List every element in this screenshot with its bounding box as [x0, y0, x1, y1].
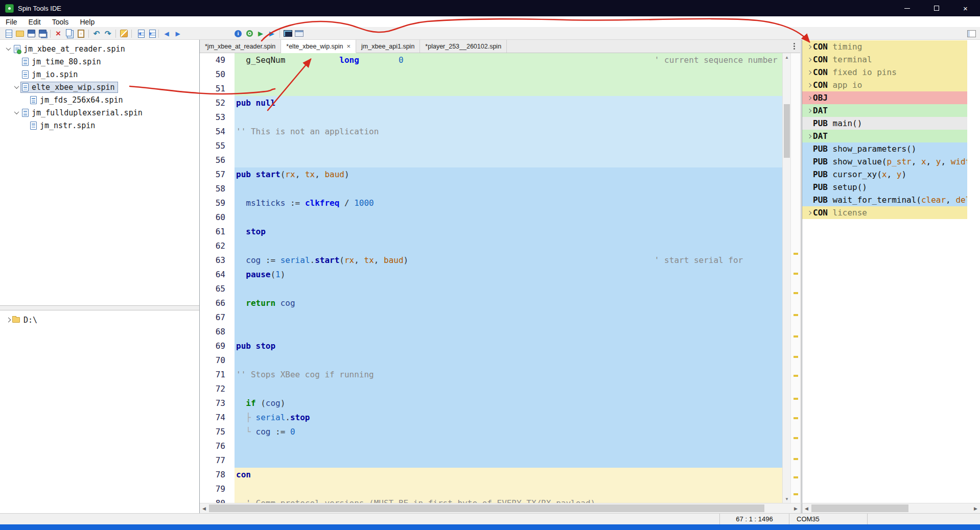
menu-help[interactable]: Help: [74, 16, 100, 28]
compile-icon[interactable]: [244, 29, 254, 39]
terminal-icon[interactable]: [283, 29, 293, 39]
folder-row[interactable]: D:\: [0, 314, 199, 326]
line-number: 76: [200, 439, 235, 453]
change-marker: [794, 458, 798, 460]
outline-row[interactable]: PUB cursor_xy(x, y): [802, 168, 968, 181]
upload-run-icon[interactable]: [255, 29, 266, 39]
save-icon[interactable]: [26, 29, 36, 39]
outline-row[interactable]: PUB show_parameters(): [802, 142, 968, 155]
chevron-down-icon[interactable]: [4, 45, 12, 53]
vertical-scroll-thumb[interactable]: [784, 104, 790, 158]
line-number: 57: [200, 167, 235, 182]
code-text: '' This is not an application: [235, 125, 782, 139]
tree-item[interactable]: jm_nstr.spin: [0, 119, 199, 132]
tree-item[interactable]: jm_xbee_at_reader.spin: [0, 42, 199, 55]
outline-row[interactable]: CON terminal: [802, 53, 968, 66]
scroll-up-icon[interactable]: ▲: [783, 53, 791, 61]
line-number: 68: [200, 325, 235, 339]
tab-overflow-menu-icon[interactable]: [790, 40, 798, 53]
tree-item[interactable]: jm_time_80.spin: [0, 55, 199, 68]
chevron-right-icon[interactable]: [805, 71, 813, 74]
chevron-right-icon[interactable]: [805, 109, 813, 112]
code-line: 63 cog := serial.start(rx, tx, baud) ' s…: [200, 253, 782, 268]
outline-row[interactable]: CON timing: [802, 40, 968, 53]
chevron-right-icon[interactable]: [805, 135, 813, 138]
scroll-right-icon[interactable]: ▶: [791, 504, 800, 513]
chevron-right-icon[interactable]: [805, 97, 813, 100]
horizontal-scroll-thumb[interactable]: [811, 504, 908, 512]
outline-horizontal-scrollbar[interactable]: ◀ ▶: [802, 503, 980, 513]
outline-row[interactable]: CON app io: [802, 79, 968, 91]
tree-item-body: elte_xbee_wip.spin: [20, 82, 118, 93]
chevron-right-icon[interactable]: [805, 45, 813, 49]
menu-tools[interactable]: Tools: [46, 16, 75, 28]
scroll-left-icon[interactable]: ◀: [200, 504, 208, 513]
app-icon: [5, 4, 14, 13]
tree-item-body: jm_fullduplexserial.spin: [20, 107, 146, 118]
console-icon[interactable]: [294, 29, 304, 39]
outline-row[interactable]: PUB setup(): [802, 181, 968, 194]
left-panel-splitter[interactable]: [0, 306, 199, 310]
outline-row[interactable]: PUB main(): [802, 117, 968, 130]
chevron-down-icon[interactable]: [12, 83, 20, 91]
debug-icon[interactable]: [267, 29, 277, 39]
close-button[interactable]: ×: [951, 0, 980, 16]
toolbar-separator: [50, 30, 51, 38]
status-bar: 67 : 1 : 1496 COM35: [0, 513, 980, 524]
outline-row[interactable]: DAT: [802, 130, 968, 142]
editor-horizontal-scrollbar[interactable]: ◀ ▶: [200, 503, 800, 513]
tree-item[interactable]: jm_io.spin: [0, 68, 199, 81]
outline-row[interactable]: CON fixed io pins: [802, 66, 968, 79]
paste-icon[interactable]: [76, 29, 86, 39]
outline-row[interactable]: PUB wait_for_terminal(clear, delay): [802, 194, 968, 206]
maximize-button[interactable]: [922, 0, 951, 16]
outline-row[interactable]: OBJ: [802, 91, 968, 104]
line-number: 55: [200, 139, 235, 153]
code-line: 66 return cog: [200, 296, 782, 310]
copy-icon[interactable]: [64, 29, 75, 39]
redo-icon[interactable]: [103, 29, 113, 39]
toggle-layout-icon[interactable]: [966, 29, 976, 39]
undo-icon[interactable]: [91, 29, 102, 39]
chevron-down-icon[interactable]: [12, 109, 20, 117]
scroll-right-icon[interactable]: ▶: [971, 504, 980, 513]
editor-tab[interactable]: *elte_xbee_wip.spin×: [281, 40, 356, 53]
horizontal-scroll-thumb[interactable]: [209, 504, 764, 512]
taskbar-edge: [0, 524, 980, 530]
previous-document-icon[interactable]: [134, 29, 145, 39]
chevron-right-icon[interactable]: [805, 84, 813, 87]
info-icon[interactable]: [233, 29, 243, 39]
editor-tab[interactable]: jm_xbee_api1.spin: [356, 40, 420, 53]
tree-item[interactable]: elte_xbee_wip.spin: [0, 81, 199, 93]
chevron-right-icon[interactable]: [4, 316, 12, 324]
next-document-icon[interactable]: [146, 29, 156, 39]
save-all-icon[interactable]: [37, 29, 48, 39]
cut-icon[interactable]: [53, 29, 63, 39]
editor-tab[interactable]: *player_253__260102.spin: [420, 40, 507, 53]
chevron-right-icon[interactable]: [805, 211, 813, 214]
outline-row[interactable]: DAT: [802, 104, 968, 117]
code-editor[interactable]: 49 g_SeqNum long 0 ' current sequence nu…: [200, 53, 782, 503]
chevron-right-icon[interactable]: [805, 58, 813, 61]
navigate-back-icon[interactable]: [161, 29, 172, 39]
change-marker: [794, 417, 798, 419]
tree-item[interactable]: jm_fds_256x64.spin: [0, 93, 199, 106]
editor-vertical-scrollbar[interactable]: ▲ ▼: [782, 53, 790, 503]
editor-tab[interactable]: *jm_xbee_at_reader.spin: [200, 40, 281, 53]
scroll-left-icon[interactable]: ◀: [802, 504, 811, 513]
tree-indent: [12, 58, 20, 66]
navigate-forward-icon[interactable]: [173, 29, 183, 39]
scroll-down-icon[interactable]: ▼: [783, 495, 791, 503]
outline-row[interactable]: CON license: [802, 206, 968, 219]
close-icon[interactable]: ×: [347, 42, 351, 50]
line-number: 78: [200, 468, 235, 482]
open-file-icon[interactable]: [15, 29, 25, 39]
minimize-button[interactable]: [893, 0, 922, 16]
menu-file[interactable]: File: [0, 16, 23, 28]
outline-row[interactable]: PUB show_value(p_str, x, y, width): [802, 155, 968, 168]
tree-item[interactable]: jm_fullduplexserial.spin: [0, 106, 199, 119]
menu-edit[interactable]: Edit: [23, 16, 46, 28]
format-source-icon[interactable]: [119, 29, 129, 39]
line-number: 62: [200, 239, 235, 253]
new-file-icon[interactable]: [4, 29, 14, 39]
